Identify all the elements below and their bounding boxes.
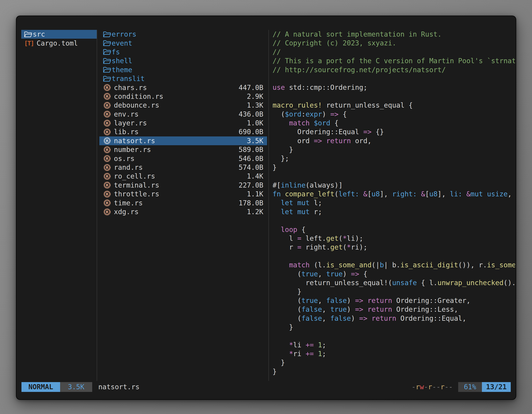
code-line: loop { — [273, 225, 515, 234]
svg-text:R: R — [106, 130, 109, 134]
svg-text:R: R — [106, 139, 109, 143]
entry-name: chars.rs — [114, 84, 147, 92]
code-line: match $ord { — [273, 119, 515, 127]
rust-icon: R — [103, 164, 111, 172]
code-line: ord => return ord, — [273, 136, 515, 145]
entry-name: theme — [112, 66, 132, 74]
code-line: fn compare_left(left: &[u8], right: &[u8… — [273, 190, 515, 198]
dir-row[interactable]: errors — [99, 30, 267, 39]
file-row[interactable]: Rcondition.rs2.9K — [99, 92, 267, 101]
svg-text:R: R — [106, 148, 109, 152]
code-line: (true, true) => { — [273, 270, 515, 278]
entry-size: 436.0B — [239, 110, 263, 118]
file-row[interactable]: Ros.rs546.0B — [99, 154, 267, 163]
file-row[interactable]: Rlib.rs690.0B — [99, 127, 267, 136]
permissions-text: -rw-r--r-- — [412, 382, 453, 392]
code-line: // A natural sort implementation in Rust… — [273, 30, 515, 39]
entry-name: shell — [112, 57, 132, 65]
toml-icon: [T] — [24, 39, 34, 47]
file-row[interactable]: Rnumber.rs589.0B — [99, 145, 267, 154]
entry-name: condition.rs — [114, 92, 163, 100]
file-row[interactable]: Rthrottle.rs1.1K — [99, 190, 267, 198]
code-line: (false, true) => return Ordering::Less, — [273, 305, 515, 314]
rust-icon: R — [103, 181, 111, 189]
code-line: use std::cmp::Ordering; — [273, 83, 515, 92]
file-row[interactable]: Rrand.rs574.0B — [99, 163, 267, 172]
entry-name: src — [33, 30, 45, 38]
file-row[interactable]: Rnatsort.rs3.5K — [99, 136, 267, 145]
code-line: } — [273, 145, 515, 154]
scroll-percent-badge: 61% — [458, 382, 482, 392]
entry-name: throttle.rs — [114, 190, 159, 198]
code-line: l = left.get(*li); — [273, 234, 515, 243]
entry-size: 447.0B — [239, 84, 263, 92]
status-filename: natsort.rs — [98, 382, 140, 392]
dir-row[interactable]: src — [21, 30, 97, 39]
code-line: return_unless_equal!(unsafe { l.unwrap_u… — [273, 278, 515, 287]
preview-pane: // A natural sort implementation in Rust… — [273, 30, 515, 378]
code-line: *li += 1; — [273, 341, 515, 349]
entry-size: 1.4K — [247, 172, 263, 180]
rust-icon: R — [103, 154, 111, 163]
code-line: } — [273, 163, 515, 172]
file-row[interactable]: Rlayer.rs1.0K — [99, 119, 267, 127]
code-line: let mut r; — [273, 207, 515, 216]
rust-icon: R — [103, 137, 111, 145]
code-line: #[inline(always)] — [273, 181, 515, 190]
rust-icon: R — [103, 172, 111, 180]
code-line — [273, 172, 515, 181]
entry-name: rand.rs — [114, 164, 143, 171]
terminal-window: src[T]Cargo.toml errorseventfsshelltheme… — [16, 16, 516, 400]
code-line — [273, 74, 515, 83]
svg-text:R: R — [106, 183, 109, 187]
svg-text:R: R — [106, 86, 109, 90]
rust-icon: R — [103, 190, 111, 198]
rust-icon: R — [103, 128, 111, 136]
rust-icon: R — [103, 83, 111, 92]
mode-badge: NORMAL — [21, 382, 60, 392]
entry-name: os.rs — [114, 155, 134, 163]
code-line: // This is a port of the C version of Ma… — [273, 57, 515, 65]
folder-icon — [103, 40, 111, 47]
file-row[interactable]: Rterminal.rs227.0B — [99, 181, 267, 190]
svg-text:R: R — [106, 121, 109, 125]
file-row[interactable]: Rtime.rs178.0B — [99, 198, 267, 207]
folder-icon — [103, 58, 111, 64]
entry-size: 3.5K — [247, 137, 263, 145]
entry-size: 227.0B — [239, 181, 263, 189]
entry-name: time.rs — [114, 199, 143, 207]
entry-size: 1.1K — [247, 190, 263, 198]
file-row[interactable]: Renv.rs436.0B — [99, 110, 267, 119]
code-line — [273, 216, 515, 225]
code-line: // http://sourcefrog.net/projects/natsor… — [273, 66, 515, 74]
dir-row[interactable]: event — [99, 39, 267, 48]
code-line: ($ord:expr) => { — [273, 110, 515, 119]
code-line: macro_rules! return_unless_equal { — [273, 101, 515, 110]
folder-icon — [103, 75, 111, 82]
file-row[interactable]: Rdebounce.rs1.3K — [99, 101, 267, 110]
dir-row[interactable]: fs — [99, 48, 267, 57]
rust-icon: R — [103, 208, 111, 216]
dir-row[interactable]: theme — [99, 66, 267, 74]
file-row[interactable]: Rxdg.rs1.2K — [99, 207, 267, 216]
file-row[interactable]: Rchars.rs447.0B — [99, 83, 267, 92]
file-size-badge: 3.5K — [60, 382, 92, 392]
entry-size: 1.0K — [247, 119, 263, 127]
code-line — [273, 332, 515, 340]
file-row[interactable]: [T]Cargo.toml — [21, 39, 97, 48]
dir-row[interactable]: shell — [99, 57, 267, 65]
folder-icon — [103, 66, 111, 73]
file-row[interactable]: Rro_cell.rs1.4K — [99, 172, 267, 181]
entry-size: 2.9K — [247, 92, 263, 100]
rust-icon: R — [103, 110, 111, 118]
code-line: Ordering::Equal => {} — [273, 127, 515, 136]
entry-name: translit — [112, 75, 144, 83]
pane-divider — [97, 30, 97, 381]
entry-size: 690.0B — [239, 128, 263, 136]
dir-row[interactable]: translit — [99, 74, 267, 83]
entry-name: layer.rs — [114, 119, 147, 127]
entry-name: debounce.rs — [114, 101, 159, 109]
current-pane: errorseventfsshellthemetranslitRchars.rs… — [99, 30, 267, 216]
entry-size: 589.0B — [239, 146, 263, 154]
code-line: // Copyright (c) 2023, sxyazi. — [273, 39, 515, 48]
